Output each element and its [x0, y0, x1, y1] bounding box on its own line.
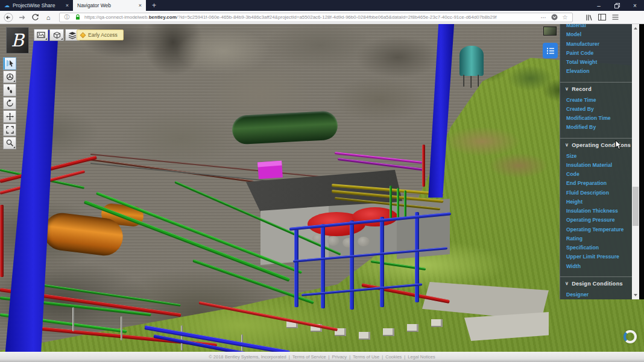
property-field[interactable]: Manufacturer: [560, 40, 632, 49]
property-field[interactable]: Paint Code: [560, 49, 632, 58]
property-field[interactable]: Specification: [560, 243, 632, 252]
scroll-down-arrow-icon[interactable]: [634, 294, 637, 296]
property-field[interactable]: Total Weight: [560, 58, 632, 67]
pocket-icon[interactable]: [550, 14, 558, 20]
property-field[interactable]: Operating Temperature: [560, 225, 632, 234]
minimized-panel-thumbnail[interactable]: [543, 27, 557, 36]
select-tool-button[interactable]: [3, 57, 16, 70]
property-field[interactable]: Size: [560, 152, 632, 161]
close-button[interactable]: ×: [626, 0, 644, 11]
scroll-up-arrow-icon[interactable]: [634, 27, 637, 30]
footer-link[interactable]: Privacy: [332, 354, 347, 360]
back-button[interactable]: [2, 12, 14, 23]
saved-views-button[interactable]: [34, 29, 48, 41]
property-field[interactable]: Modified By: [560, 123, 632, 132]
property-field[interactable]: Insulation Thickness: [560, 207, 632, 216]
fit-view-tool-button[interactable]: [3, 123, 16, 136]
sidebar-icon: [598, 14, 606, 20]
separator: |: [404, 354, 405, 360]
column-blue: [321, 224, 325, 308]
property-field[interactable]: Material: [560, 24, 632, 30]
property-field[interactable]: Operating Pressure: [560, 216, 632, 225]
dropdown-corner-icon: [45, 38, 47, 40]
property-field[interactable]: Upper Limit Pressure: [560, 252, 632, 261]
property-field[interactable]: Fluid Description: [560, 189, 632, 198]
tab-close-icon[interactable]: ×: [66, 2, 69, 8]
restore-button[interactable]: [608, 0, 626, 11]
property-field[interactable]: Designer: [560, 290, 632, 299]
zoom-tool-button[interactable]: [3, 137, 16, 149]
property-field[interactable]: Width: [560, 262, 632, 271]
footer-link[interactable]: Cookies: [385, 354, 402, 360]
property-field[interactable]: Height: [560, 198, 632, 207]
concrete-footing: [407, 324, 418, 332]
select-tool-icon: [6, 60, 14, 67]
tab-projectwise-share[interactable]: ☁ ProjectWise Share ×: [0, 0, 73, 11]
library-icon: [585, 14, 592, 21]
view-toolbar: [34, 29, 80, 41]
dropdown-corner-icon: [13, 146, 15, 148]
property-field[interactable]: Rating: [560, 234, 632, 243]
properties-panel-toggle[interactable]: [543, 43, 558, 58]
forward-button[interactable]: [16, 12, 28, 23]
dropdown-corner-icon: [61, 38, 63, 40]
view-wheel-icon: [6, 73, 14, 81]
copyright-text: © 2018 Bentley Systems, Incorporated: [209, 354, 286, 360]
minimize-button[interactable]: –: [590, 0, 608, 11]
orbit-tool-icon: [6, 99, 14, 107]
tab-close-icon[interactable]: ×: [139, 2, 142, 8]
url-path: /?id=5c25941f-060e-465b-84b9-3b486c3aff2…: [177, 14, 497, 20]
tab-label: Navigator Web: [77, 2, 111, 8]
saved-views-icon: [37, 31, 45, 39]
water-tower-leg: [463, 75, 464, 87]
property-field[interactable]: End Preparation: [560, 179, 632, 188]
gray-cylinder: [327, 236, 339, 246]
footer-link[interactable]: Terms of Use: [353, 354, 379, 360]
property-field[interactable]: Insulation Material: [560, 161, 632, 170]
panel-right-edge: [639, 24, 644, 299]
property-field[interactable]: Modification Time: [560, 114, 632, 123]
page-actions-icon[interactable]: ⋯: [539, 14, 548, 20]
property-field[interactable]: Created By: [560, 105, 632, 114]
footer-link[interactable]: Terms of Service: [292, 354, 326, 360]
navigation-toolbar: ⌂ ⓘ https://qa-connect-imodelweb.bentley…: [0, 11, 644, 24]
early-access-badge: Early Access: [77, 30, 124, 40]
library-button[interactable]: [582, 12, 595, 23]
orbit-tool-button[interactable]: [3, 97, 16, 110]
pan-tool-button[interactable]: [3, 110, 16, 123]
water-tower: [459, 46, 484, 76]
bentley-logo-button[interactable]: B: [6, 27, 29, 54]
sidebar-toggle-button[interactable]: [596, 12, 608, 23]
scrollbar-thumb[interactable]: [633, 187, 639, 226]
property-field[interactable]: Create Time: [560, 96, 632, 105]
property-field[interactable]: Model: [560, 30, 632, 39]
property-field[interactable]: Code: [560, 170, 632, 179]
page-info-icon[interactable]: ⓘ: [63, 13, 71, 21]
reload-button[interactable]: [29, 12, 41, 23]
model-views-button[interactable]: [49, 29, 64, 41]
bookmark-star-icon[interactable]: ☆: [561, 14, 569, 20]
pipe-green: [390, 186, 392, 219]
home-button[interactable]: ⌂: [42, 12, 54, 23]
walk-tool-button[interactable]: [3, 84, 16, 96]
property-section-header[interactable]: ∨Design Conditions: [560, 276, 632, 290]
url-bar[interactable]: ⓘ https://qa-connect-imodelweb.bentley.c…: [59, 13, 573, 22]
view-wheel-tool-button[interactable]: [3, 70, 16, 83]
menu-button[interactable]: [609, 12, 621, 23]
rack-post: [72, 307, 74, 331]
separator: |: [382, 354, 383, 360]
viewport-3d[interactable]: B Early Access: [0, 24, 644, 352]
property-section-header[interactable]: ∨Record: [560, 82, 632, 96]
bentley-logo: B: [11, 30, 24, 51]
new-tab-button[interactable]: +: [146, 0, 162, 11]
footer-link[interactable]: Legal Notices: [408, 354, 435, 360]
rack-post: [121, 316, 122, 340]
panel-scrollbar[interactable]: [632, 24, 639, 299]
column-blue: [294, 229, 298, 307]
window-controls: – ×: [590, 0, 644, 11]
property-field[interactable]: Elevation: [560, 67, 632, 76]
dropdown-corner-icon: [13, 80, 15, 82]
separator: |: [289, 354, 290, 360]
tab-navigator-web[interactable]: Navigator Web ×: [73, 0, 146, 11]
section-title: Design Conditions: [572, 281, 623, 287]
